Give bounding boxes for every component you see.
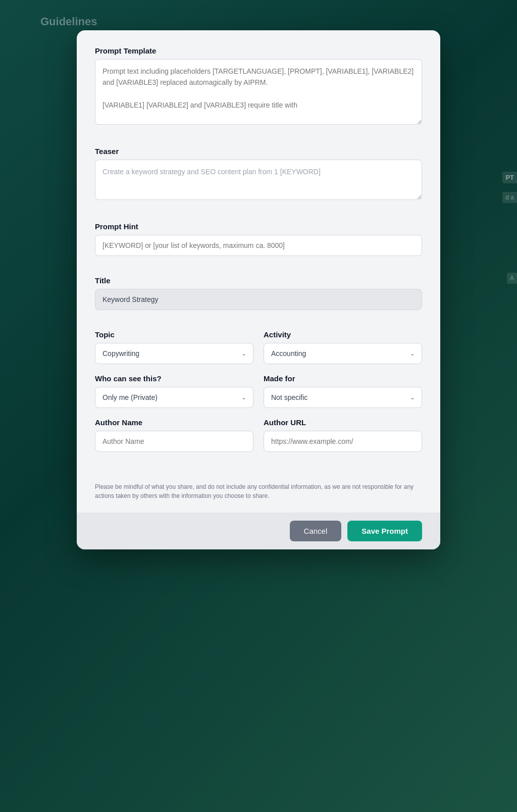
visibility-select-wrapper: Only me (Private) Public Team ⌄ bbox=[95, 387, 253, 408]
prompt-hint-input[interactable] bbox=[95, 235, 422, 256]
title-section: Title bbox=[95, 276, 422, 320]
topic-group: Topic Copywriting Marketing SEO Content … bbox=[95, 330, 253, 364]
prompt-template-textarea[interactable] bbox=[95, 59, 422, 125]
visibility-madefor-row: Who can see this? Only me (Private) Publ… bbox=[95, 374, 422, 408]
teaser-textarea[interactable]: Create a keyword strategy and SEO conten… bbox=[95, 160, 422, 200]
teaser-label: Teaser bbox=[95, 147, 422, 156]
disclaimer-text: Please be mindful of what you share, and… bbox=[95, 472, 422, 513]
madefor-select-wrapper: Not specific Beginners Advanced Professi… bbox=[264, 387, 422, 408]
author-name-label: Author Name bbox=[95, 418, 253, 427]
peek-right-1: PT bbox=[502, 172, 517, 183]
modal-dialog: Prompt Template Teaser Create a keyword … bbox=[77, 30, 440, 549]
author-url-input[interactable] bbox=[264, 431, 422, 452]
topic-label: Topic bbox=[95, 330, 253, 339]
activity-select-wrapper: Accounting Finance Marketing Operations … bbox=[264, 343, 422, 364]
background-text: Guidelines bbox=[40, 15, 97, 28]
prompt-template-section: Prompt Template bbox=[95, 46, 422, 137]
peek-right-2: d a bbox=[502, 192, 517, 203]
visibility-group: Who can see this? Only me (Private) Publ… bbox=[95, 374, 253, 408]
madefor-group: Made for Not specific Beginners Advanced… bbox=[264, 374, 422, 408]
author-url-label: Author URL bbox=[264, 418, 422, 427]
topic-activity-row: Topic Copywriting Marketing SEO Content … bbox=[95, 330, 422, 364]
prompt-template-label: Prompt Template bbox=[95, 46, 422, 55]
modal-footer: Cancel Save Prompt bbox=[77, 513, 440, 549]
prompt-hint-label: Prompt Hint bbox=[95, 222, 422, 231]
author-url-group: Author URL bbox=[264, 418, 422, 462]
activity-group: Activity Accounting Finance Marketing Op… bbox=[264, 330, 422, 364]
who-can-see-label: Who can see this? bbox=[95, 374, 253, 383]
title-input[interactable] bbox=[95, 289, 422, 310]
peek-right-3: A bbox=[507, 273, 517, 284]
save-prompt-button[interactable]: Save Prompt bbox=[347, 521, 422, 541]
visibility-select[interactable]: Only me (Private) Public Team bbox=[95, 387, 253, 408]
author-name-input[interactable] bbox=[95, 431, 253, 452]
madefor-select[interactable]: Not specific Beginners Advanced Professi… bbox=[264, 387, 422, 408]
teaser-section: Teaser Create a keyword strategy and SEO… bbox=[95, 147, 422, 212]
topic-select-wrapper: Copywriting Marketing SEO Content Other … bbox=[95, 343, 253, 364]
topic-select[interactable]: Copywriting Marketing SEO Content Other bbox=[95, 343, 253, 364]
author-row: Author Name Author URL bbox=[95, 418, 422, 462]
author-name-group: Author Name bbox=[95, 418, 253, 462]
made-for-label: Made for bbox=[264, 374, 422, 383]
activity-label: Activity bbox=[264, 330, 422, 339]
prompt-hint-section: Prompt Hint bbox=[95, 222, 422, 266]
cancel-button[interactable]: Cancel bbox=[290, 521, 342, 541]
title-label: Title bbox=[95, 276, 422, 285]
activity-select[interactable]: Accounting Finance Marketing Operations … bbox=[264, 343, 422, 364]
